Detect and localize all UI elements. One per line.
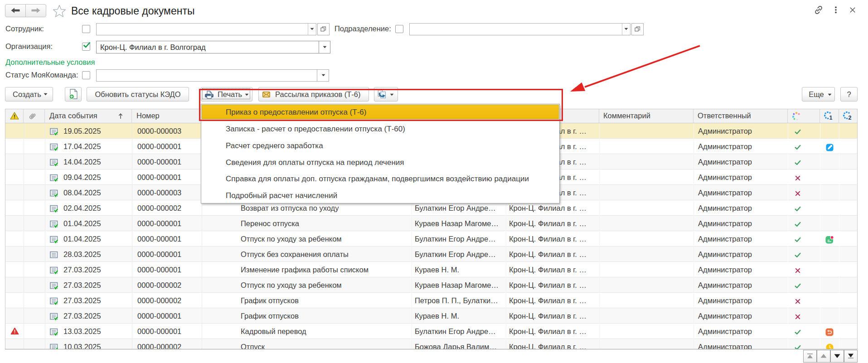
svg-text:1: 1 [829, 115, 833, 121]
svg-text:2: 2 [849, 115, 852, 121]
